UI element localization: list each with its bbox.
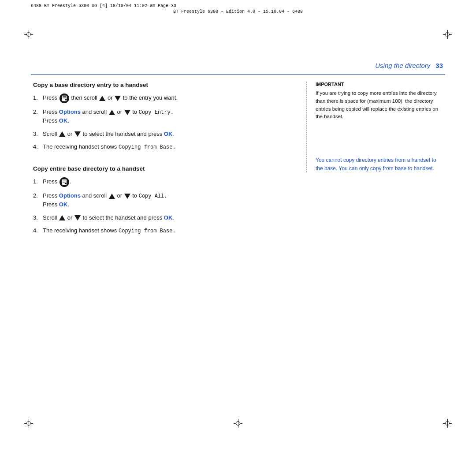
or-text: or — [67, 131, 74, 137]
header-sub-line: BT Freestyle 6300 – Edition 4.0 – 15.10.… — [31, 9, 445, 14]
reg-mark-bottom-left — [24, 419, 33, 428]
reg-mark-bottom-center — [234, 419, 242, 428]
step-number: 3. — [33, 130, 43, 138]
arrow-down-icon — [124, 194, 130, 199]
svg-rect-1 — [63, 96, 66, 97]
svg-point-12 — [65, 183, 67, 184]
page-container: 6488 BT Freestyle 6300 UG [4] 18/10/04 1… — [0, 0, 476, 452]
section-title: Using the directory — [375, 62, 430, 69]
ok-label: OK — [59, 201, 68, 208]
arrow-down-icon — [74, 215, 81, 220]
step-number: 3. — [33, 213, 43, 222]
step-content: Press ♪ then s — [43, 93, 293, 103]
left-column: Copy a base directory entry to a handset… — [33, 82, 293, 239]
options-label: Options — [59, 108, 81, 115]
step-content: The receiving handset shows Copying from… — [43, 142, 293, 151]
section2-step1: 1. Press . — [33, 177, 293, 187]
svg-rect-4 — [63, 99, 65, 99]
options-label: Options — [59, 192, 81, 199]
page-header-right: Using the directory 33 — [375, 62, 443, 69]
mono-text: Copy All. — [139, 193, 167, 199]
mono-text: Copy Entry. — [139, 109, 174, 116]
step-number: 1. — [33, 177, 43, 186]
blue-rule — [31, 74, 445, 75]
ok-label: OK — [164, 214, 173, 221]
step-number: 2. — [33, 191, 43, 200]
step-content: Press . — [43, 177, 293, 187]
header-top-line: 6488 BT Freestyle 6300 UG [4] 18/10/04 1… — [31, 4, 445, 8]
page-number: 33 — [435, 62, 443, 69]
arrow-down-icon — [124, 110, 130, 115]
svg-rect-11 — [63, 183, 65, 183]
phonebook-icon — [60, 177, 69, 187]
step-content: Scroll or to select the handset and pres… — [43, 213, 293, 222]
step-content: The receiving handset shows Copying from… — [43, 226, 293, 235]
main-content: Copy a base directory entry to a handset… — [33, 82, 443, 419]
right-column: IMPORTANT If you are trying to copy more… — [306, 82, 443, 172]
arrow-up-icon — [59, 131, 65, 137]
svg-rect-10 — [63, 182, 66, 182]
reg-mark-top-left — [24, 30, 33, 39]
step-content: Scroll or to select the handset and pres… — [43, 130, 293, 138]
ok-label: OK — [164, 131, 173, 137]
step-number: 2. — [33, 108, 43, 116]
or-text: or — [108, 94, 114, 101]
arrow-up-icon — [109, 110, 115, 115]
svg-rect-2 — [63, 97, 66, 97]
step-number: 4. — [33, 226, 43, 235]
svg-rect-8 — [63, 180, 66, 180]
section1-step4: 4. The receiving handset shows Copying f… — [33, 142, 293, 151]
section2-step2: 2. Press Options and scroll or to Copy A… — [33, 191, 293, 209]
step-number: 4. — [33, 142, 43, 151]
important-label: IMPORTANT — [316, 82, 443, 87]
section1-step2: 2. Press Options and scroll or to Copy E… — [33, 108, 293, 125]
section1-step3: 3. Scroll or to select the handset and p… — [33, 130, 293, 138]
section2-step3: 3. Scroll or to select the handset and p… — [33, 213, 293, 222]
arrow-down-icon — [74, 131, 81, 137]
mono-text: Copying from Base. — [119, 144, 176, 150]
svg-rect-3 — [63, 98, 66, 98]
phonebook-icon: ♪ — [60, 93, 69, 103]
step-number: 1. — [33, 93, 43, 102]
header-area: 6488 BT Freestyle 6300 UG [4] 18/10/04 1… — [31, 4, 445, 14]
ok-label: OK — [59, 117, 68, 124]
svg-rect-9 — [63, 181, 66, 181]
section1: Copy a base directory entry to a handset… — [33, 82, 293, 151]
section1-step1: 1. Press ♪ — [33, 93, 293, 103]
blue-note: You cannot copy directory entries from a… — [316, 156, 443, 172]
important-text: If you are trying to copy more entries i… — [316, 90, 443, 121]
reg-mark-bottom-right — [443, 419, 452, 428]
mono-text: Copying from Base. — [119, 228, 176, 234]
reg-mark-top-right — [443, 30, 452, 39]
step-content: Press Options and scroll or to Copy Entr… — [43, 108, 293, 125]
arrow-up-icon — [109, 194, 115, 199]
arrow-up-icon — [99, 96, 105, 101]
section2-step4: 4. The receiving handset shows Copying f… — [33, 226, 293, 235]
section2: Copy entire base directory to a handset … — [33, 165, 293, 235]
or-text: or — [117, 192, 123, 199]
or-text: or — [117, 108, 123, 115]
or-text: or — [67, 214, 74, 221]
section1-heading: Copy a base directory entry to a handset — [33, 82, 293, 88]
section2-heading: Copy entire base directory to a handset — [33, 165, 293, 172]
arrow-up-icon — [59, 215, 65, 220]
arrow-down-icon — [115, 96, 121, 101]
step-content: Press Options and scroll or to Copy All.… — [43, 191, 293, 209]
